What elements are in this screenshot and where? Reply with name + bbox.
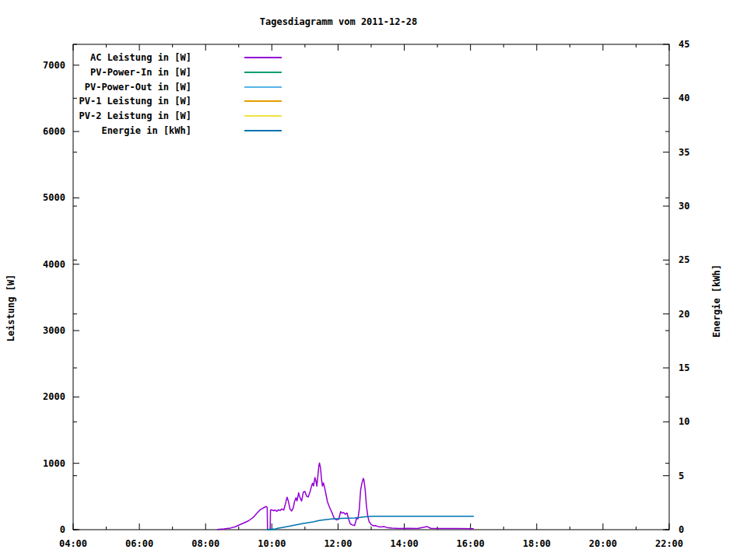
y-left-tick-label: 2000 <box>19 391 65 402</box>
y-left-tick-label: 7000 <box>19 60 65 71</box>
legend-item: PV-1 Leistung in [W] <box>0 94 282 109</box>
y-left-tick-label: 3000 <box>19 325 65 336</box>
series-line-ac-leistung-in-w <box>217 463 474 530</box>
y-right-tick-label: 10 <box>679 416 725 427</box>
y-right-tick-label: 30 <box>679 201 725 212</box>
y-right-tick-label: 45 <box>679 39 725 50</box>
daily-pv-chart: Tagesdiagramm vom 2011-12-28 Leistung [W… <box>0 0 747 560</box>
y-right-tick-label: 40 <box>679 93 725 103</box>
legend-item-label: PV-1 Leistung in [W] <box>0 96 191 107</box>
legend-line-sample <box>244 72 282 73</box>
legend-line-sample <box>244 115 282 117</box>
legend-line-sample <box>244 86 282 88</box>
y-left-tick-label: 4000 <box>19 259 65 270</box>
y-right-tick-label: 0 <box>679 524 725 535</box>
y-left-tick-label: 6000 <box>19 126 65 137</box>
legend-item-label: PV-Power-Out in [W] <box>0 82 191 93</box>
y-right-tick-label: 15 <box>679 362 725 373</box>
legend-item: PV-2 Leistung in [W] <box>0 109 282 124</box>
x-tick-label: 16:00 <box>443 538 499 549</box>
x-tick-label: 22:00 <box>641 538 697 549</box>
x-tick-label: 18:00 <box>509 538 565 549</box>
y-left-tick-label: 5000 <box>19 192 65 203</box>
legend-item: PV-Power-Out in [W] <box>0 79 282 94</box>
y-right-tick-label: 35 <box>679 147 725 158</box>
series-line-energie-in-kwh <box>268 516 474 530</box>
x-tick-label: 04:00 <box>45 538 101 549</box>
y-right-tick-label: 25 <box>679 254 725 265</box>
x-tick-label: 12:00 <box>310 538 366 549</box>
legend-line-sample <box>244 130 282 131</box>
y-left-tick-label: 1000 <box>19 458 65 469</box>
y-right-tick-label: 5 <box>679 471 725 481</box>
x-tick-label: 14:00 <box>377 538 433 549</box>
x-tick-label: 10:00 <box>244 538 300 549</box>
legend-item-label: PV-2 Leistung in [W] <box>0 110 191 121</box>
x-tick-label: 06:00 <box>111 538 167 549</box>
y-left-tick-label: 0 <box>19 524 65 535</box>
legend-line-sample <box>244 57 282 58</box>
y-right-tick-label: 20 <box>679 309 725 320</box>
x-tick-label: 08:00 <box>177 538 233 549</box>
x-tick-label: 20:00 <box>575 538 631 549</box>
legend-line-sample <box>244 100 282 102</box>
